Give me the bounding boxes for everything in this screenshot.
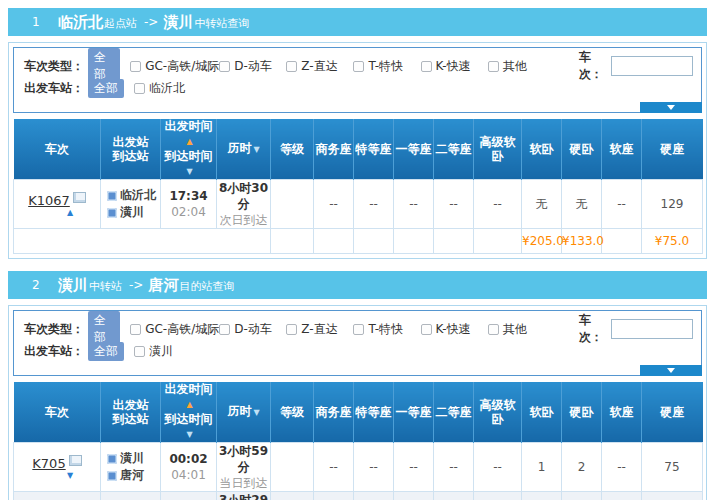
depart-station-option[interactable]: 临沂北 — [134, 80, 185, 97]
filter-type-gc[interactable]: GC-高铁/城际 — [130, 321, 219, 338]
checkbox-icon[interactable] — [488, 324, 499, 335]
checkbox-icon[interactable] — [134, 346, 145, 357]
sort-down-icon: ▼ — [253, 408, 259, 417]
from-station: 临沂北 — [58, 13, 103, 32]
checkbox-icon[interactable] — [134, 83, 145, 94]
route-arrow: -> — [129, 278, 143, 292]
filter-type-z[interactable]: Z-直达 — [286, 321, 353, 338]
filter-type-t[interactable]: T-特快 — [353, 58, 420, 75]
deluxe-sleeper-cell: -- — [474, 443, 522, 492]
first-seat-cell: -- — [394, 180, 434, 229]
soft-sleeper-price-cell: ¥205.0 — [522, 229, 562, 254]
checkbox-icon[interactable] — [488, 61, 499, 72]
filter-type-label: D-动车 — [234, 58, 272, 75]
filter-type-k[interactable]: K-快速 — [421, 321, 488, 338]
checkbox-icon[interactable] — [130, 61, 141, 72]
timetable-icon[interactable] — [73, 192, 86, 203]
timetable-icon[interactable] — [69, 455, 82, 466]
filter-collapse-button[interactable] — [640, 365, 702, 376]
hard-seat-cell: 43 — [642, 492, 703, 500]
depart-station-all-button[interactable]: 全部 — [88, 79, 124, 98]
sections-root: 1 临沂北 起点站 -> 潢川 中转站查询 车次类型： 全部 GC-高铁/城际 … — [8, 8, 707, 500]
checkbox-icon[interactable] — [353, 324, 364, 335]
second-seat-cell: -- — [434, 492, 474, 500]
checkbox-icon[interactable] — [421, 324, 432, 335]
train-type-label: 车次类型： — [24, 58, 84, 75]
train-cell: K1107 ▼ — [14, 492, 101, 500]
checkbox-icon[interactable] — [130, 324, 141, 335]
depart-station-label: 出发车站： — [24, 343, 84, 360]
chevron-down-icon — [667, 105, 675, 110]
soft-sleeper-cell: 无 — [522, 180, 562, 229]
table-header-row: 车次 出发站 到达站 出发时间▲ 到达时间▼ 历时▼ 等级 — [14, 119, 703, 180]
filter-box: 车次类型： 全部 GC-高铁/城际 D-动车 Z-直达 — [13, 310, 702, 376]
col-business: 商务座 — [314, 119, 354, 180]
depart-station-option[interactable]: 潢川 — [134, 343, 173, 360]
train-number-input[interactable] — [611, 319, 693, 339]
duration-cell: 3小时29分 当日到达 — [217, 492, 271, 500]
page: 1 临沂北 起点站 -> 潢川 中转站查询 车次类型： 全部 GC-高铁/城际 … — [0, 0, 715, 500]
query-section: 1 临沂北 起点站 -> 潢川 中转站查询 车次类型： 全部 GC-高铁/城际 … — [8, 8, 707, 259]
col-duration-sort[interactable]: 历时▼ — [217, 119, 271, 180]
hard-seat-cell: 129 — [642, 180, 703, 229]
col-grade: 等级 — [271, 119, 314, 180]
filter-type-label: T-特快 — [368, 58, 403, 75]
col-times-sort[interactable]: 出发时间▲ 到达时间▼ — [161, 119, 217, 180]
depart-station-all-button[interactable]: 全部 — [88, 342, 124, 361]
checkbox-icon[interactable] — [421, 61, 432, 72]
train-number-filter-label: 车次： — [579, 49, 609, 83]
business-price-cell — [314, 229, 354, 254]
train-number-link[interactable]: K1067 — [28, 193, 70, 208]
second-price-cell — [434, 229, 474, 254]
checkbox-icon[interactable] — [219, 324, 230, 335]
col-duration-sort[interactable]: 历时▼ — [217, 382, 271, 443]
hard-seat-price-cell: ¥75.0 — [642, 229, 703, 254]
col-deluxe-sleeper: 高级软卧 — [474, 119, 522, 180]
soft-sleeper-cell: 无 — [522, 492, 562, 500]
filter-type-gc[interactable]: GC-高铁/城际 — [130, 58, 219, 75]
station-badge-icon — [107, 471, 117, 481]
first-price-cell — [394, 229, 434, 254]
second-seat-cell: -- — [434, 443, 474, 492]
train-type-filter-row: 车次类型： 全部 GC-高铁/城际 D-动车 Z-直达 — [24, 56, 693, 76]
train-number-input[interactable] — [611, 56, 693, 76]
filter-type-d[interactable]: D-动车 — [219, 58, 286, 75]
soft-seat-cell: -- — [602, 180, 642, 229]
from-station: 潢川 — [58, 276, 88, 295]
expand-toggle-arrow[interactable]: ▼ — [14, 472, 100, 480]
table-body: K705 ▼ 潢川 唐河 00:02 04:01 3小时59分 当日到达 -- … — [14, 443, 703, 500]
chevron-down-icon — [667, 368, 675, 373]
filter-collapse-button[interactable] — [640, 102, 702, 113]
filter-type-t[interactable]: T-特快 — [353, 321, 420, 338]
col-premium: 特等座 — [354, 119, 394, 180]
filter-type-label: K-快速 — [436, 321, 471, 338]
hard-seat-cell: 75 — [642, 443, 703, 492]
checkbox-icon[interactable] — [219, 61, 230, 72]
expand-toggle-arrow[interactable]: ▲ — [14, 209, 100, 217]
filter-type-d[interactable]: D-动车 — [219, 321, 286, 338]
col-soft-seat: 软座 — [602, 382, 642, 443]
col-train: 车次 — [14, 119, 101, 180]
from-station-tag: 中转站 — [89, 279, 122, 294]
filter-type-k[interactable]: K-快速 — [421, 58, 488, 75]
checkbox-icon[interactable] — [286, 324, 297, 335]
filter-type-other[interactable]: 其他 — [488, 321, 555, 338]
business-seat-cell: -- — [314, 180, 354, 229]
from-station-tag: 起点站 — [104, 16, 137, 31]
stations-cell: 潢川 唐河 — [101, 443, 161, 492]
train-cell: K705 ▼ — [14, 443, 101, 492]
train-number-link[interactable]: K705 — [32, 456, 65, 471]
filter-type-label: D-动车 — [234, 321, 272, 338]
col-soft-sleeper: 软卧 — [522, 119, 562, 180]
deluxe-sleeper-cell: -- — [474, 180, 522, 229]
col-grade: 等级 — [271, 382, 314, 443]
duration-cell: 8小时30分 次日到达 — [217, 180, 271, 229]
checkbox-icon[interactable] — [286, 61, 297, 72]
filter-type-other[interactable]: 其他 — [488, 58, 555, 75]
col-hard-seat: 硬座 — [642, 382, 703, 443]
checkbox-icon[interactable] — [353, 61, 364, 72]
filter-type-z[interactable]: Z-直达 — [286, 58, 353, 75]
col-times-sort[interactable]: 出发时间▲ 到达时间▼ — [161, 382, 217, 443]
depart-station-option-label: 潢川 — [149, 343, 173, 360]
filter-type-label: GC-高铁/城际 — [145, 321, 219, 338]
